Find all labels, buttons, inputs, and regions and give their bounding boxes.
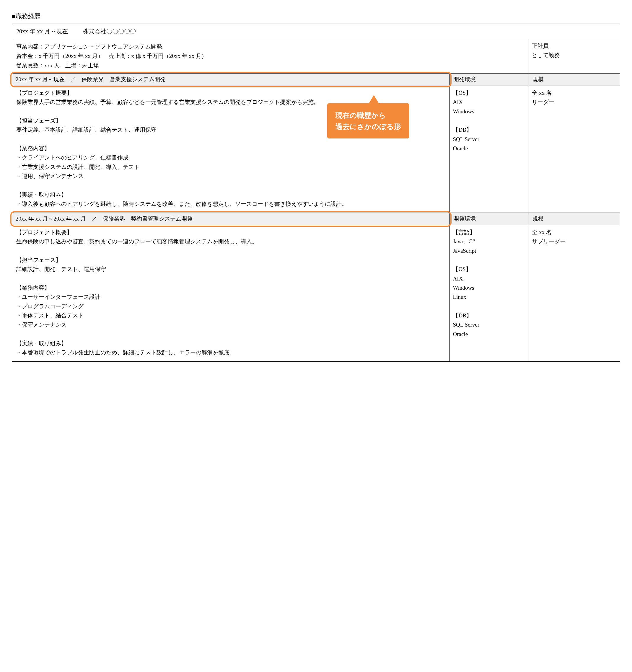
p2-env-lang1: Java、C# xyxy=(453,237,526,246)
p2-work2: ・プログラムコーディング xyxy=(16,302,445,311)
p1-work3: ・運用、保守メンテナンス xyxy=(16,171,445,181)
company-employees: 従業員数：xxx 人 上場：未上場 xyxy=(16,61,524,70)
p1-scale: 全 xx 名 リーダー xyxy=(529,86,620,213)
p1-env-db2: Oracle xyxy=(453,144,526,153)
col-header-scale-2: 規模 xyxy=(529,213,620,225)
p1-env-db-label: 【DB】 xyxy=(453,125,526,134)
p1-overview-label: 【プロジェクト概要】 xyxy=(16,88,445,97)
project1-header-row: 20xx 年 xx 月～現在 ／ 保険業界 営業支援システム開発 開発環境 規模 xyxy=(12,73,620,86)
p1-work-label: 【業務内容】 xyxy=(16,144,445,153)
company-info-row: 事業内容：アプリケーション・ソフトウェアシステム開発 資本金：x 千万円（20x… xyxy=(12,39,620,73)
p2-env-os1: AIX、 xyxy=(453,274,526,283)
project2-title: 20xx 年 xx 月～20xx 年 xx 月 ／ 保険業界 契約書管理システム… xyxy=(12,213,450,225)
p2-scale: 全 xx 名 サブリーダー xyxy=(529,225,620,361)
company-financials: 資本金：x 千万円（20xx 年 xx 月） 売上高：x 億 x 千万円（20x… xyxy=(16,51,524,61)
company-business: 事業内容：アプリケーション・ソフトウェアシステム開発 xyxy=(16,42,524,51)
annotation-callout: 現在の職歴から 過去にさかのぼる形 xyxy=(327,103,409,138)
project2-detail-row: 【プロジェクト概要】 生命保険の申し込みや審査、契約までの一連のフローで顧客情報… xyxy=(12,225,620,361)
col-header-env: 開発環境 xyxy=(450,73,529,86)
col-header-env-2: 開発環境 xyxy=(450,213,529,225)
p2-phase-label: 【担当フェーズ】 xyxy=(16,256,445,265)
p1-ach: ・導入後も顧客へのヒアリングを継続し、随時システムを改善。また、改修を想定し、ソ… xyxy=(16,199,445,209)
company-header-row: 20xx 年 xx 月～現在 株式会社〇〇〇〇〇 xyxy=(12,24,620,39)
p2-overview-label: 【プロジェクト概要】 xyxy=(16,227,445,237)
p2-env-os2: Windows xyxy=(453,283,526,292)
p2-ach: ・本番環境でのトラブル発生防止のため、詳細にテスト設計し、エラーの解消を徹底。 xyxy=(16,348,445,357)
p2-work-label: 【業務内容】 xyxy=(16,283,445,292)
p1-env-os2: Windows xyxy=(453,107,526,116)
p1-work2: ・営業支援システムの設計、開発、導入、テスト xyxy=(16,162,445,171)
p2-overview: 生命保険の申し込みや審査、契約までの一連のフローで顧客情報管理システムを開発し、… xyxy=(16,237,445,246)
p2-work4: ・保守メンテナンス xyxy=(16,320,445,329)
p1-work1: ・クライアントへのヒアリング、仕様書作成 xyxy=(16,153,445,162)
employment-period: 20xx 年 xx 月～現在 xyxy=(16,28,68,34)
resume-table: 20xx 年 xx 月～現在 株式会社〇〇〇〇〇 事業内容：アプリケーション・ソ… xyxy=(12,24,620,362)
p2-env-lang2: JavaScript xyxy=(453,246,526,256)
p1-env-os1: AIX xyxy=(453,97,526,106)
p2-ach-label: 【実績・取り組み】 xyxy=(16,339,445,348)
p2-work1: ・ユーザーインターフェース設計 xyxy=(16,292,445,302)
p2-env-db-label: 【DB】 xyxy=(453,311,526,320)
p2-work3: ・単体テスト、結合テスト xyxy=(16,311,445,320)
col-header-scale: 規模 xyxy=(529,73,620,86)
company-name: 株式会社〇〇〇〇〇 xyxy=(83,28,136,34)
p1-ach-label: 【実績・取り組み】 xyxy=(16,190,445,199)
p2-phase: 詳細設計、開発、テスト、運用保守 xyxy=(16,265,445,274)
project1-title: 20xx 年 xx 月～現在 ／ 保険業界 営業支援システム開発 xyxy=(12,73,450,86)
p2-env-db2: Oracle xyxy=(453,330,526,339)
project2-header-row: 20xx 年 xx 月～20xx 年 xx 月 ／ 保険業界 契約書管理システム… xyxy=(12,213,620,225)
project1-detail-row: 【プロジェクト概要】 保険業界大手の営業業務の実績、予算、顧客などを一元管理する… xyxy=(12,86,620,213)
p1-env-os-label: 【OS】 xyxy=(453,88,526,97)
p2-env-lang-label: 【言語】 xyxy=(453,227,526,237)
p2-env-db1: SQL Server xyxy=(453,320,526,329)
p2-env-os-label: 【OS】 xyxy=(453,265,526,274)
employment-type: 正社員 として勤務 xyxy=(529,39,620,73)
p2-env-os3: Linux xyxy=(453,292,526,302)
p1-env-db1: SQL Server xyxy=(453,135,526,144)
section-title: ■職務経歴 xyxy=(12,12,620,21)
